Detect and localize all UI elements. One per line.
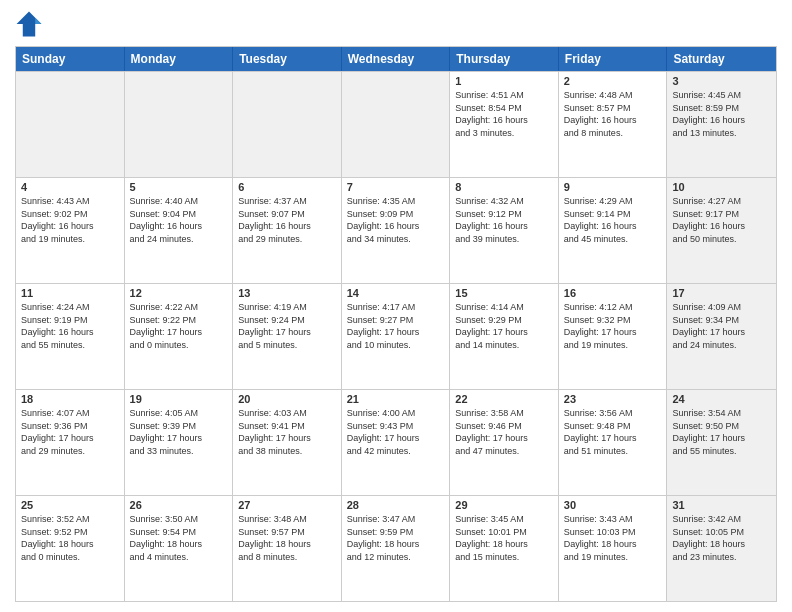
cell-sun-info: Sunrise: 4:05 AM Sunset: 9:39 PM Dayligh… <box>130 407 228 457</box>
cell-sun-info: Sunrise: 4:24 AM Sunset: 9:19 PM Dayligh… <box>21 301 119 351</box>
cal-cell-31: 31Sunrise: 3:42 AM Sunset: 10:05 PM Dayl… <box>667 496 776 601</box>
day-number: 12 <box>130 287 228 299</box>
logo-icon <box>15 10 43 38</box>
day-header-monday: Monday <box>125 47 234 71</box>
day-header-wednesday: Wednesday <box>342 47 451 71</box>
cal-cell-26: 26Sunrise: 3:50 AM Sunset: 9:54 PM Dayli… <box>125 496 234 601</box>
cal-cell-empty-r0c1 <box>125 72 234 177</box>
calendar-header: SundayMondayTuesdayWednesdayThursdayFrid… <box>16 47 776 71</box>
day-number: 27 <box>238 499 336 511</box>
day-number: 25 <box>21 499 119 511</box>
day-number: 13 <box>238 287 336 299</box>
cell-sun-info: Sunrise: 4:51 AM Sunset: 8:54 PM Dayligh… <box>455 89 553 139</box>
cal-cell-30: 30Sunrise: 3:43 AM Sunset: 10:03 PM Dayl… <box>559 496 668 601</box>
cal-cell-17: 17Sunrise: 4:09 AM Sunset: 9:34 PM Dayli… <box>667 284 776 389</box>
cell-sun-info: Sunrise: 4:48 AM Sunset: 8:57 PM Dayligh… <box>564 89 662 139</box>
day-number: 1 <box>455 75 553 87</box>
cell-sun-info: Sunrise: 4:27 AM Sunset: 9:17 PM Dayligh… <box>672 195 771 245</box>
cal-cell-10: 10Sunrise: 4:27 AM Sunset: 9:17 PM Dayli… <box>667 178 776 283</box>
cal-cell-3: 3Sunrise: 4:45 AM Sunset: 8:59 PM Daylig… <box>667 72 776 177</box>
cell-sun-info: Sunrise: 3:58 AM Sunset: 9:46 PM Dayligh… <box>455 407 553 457</box>
cell-sun-info: Sunrise: 4:35 AM Sunset: 9:09 PM Dayligh… <box>347 195 445 245</box>
cal-cell-7: 7Sunrise: 4:35 AM Sunset: 9:09 PM Daylig… <box>342 178 451 283</box>
day-number: 9 <box>564 181 662 193</box>
cell-sun-info: Sunrise: 3:47 AM Sunset: 9:59 PM Dayligh… <box>347 513 445 563</box>
cal-cell-empty-r0c3 <box>342 72 451 177</box>
calendar-row-1: 1Sunrise: 4:51 AM Sunset: 8:54 PM Daylig… <box>16 71 776 177</box>
cal-cell-1: 1Sunrise: 4:51 AM Sunset: 8:54 PM Daylig… <box>450 72 559 177</box>
day-header-saturday: Saturday <box>667 47 776 71</box>
cal-cell-13: 13Sunrise: 4:19 AM Sunset: 9:24 PM Dayli… <box>233 284 342 389</box>
day-number: 26 <box>130 499 228 511</box>
cal-cell-20: 20Sunrise: 4:03 AM Sunset: 9:41 PM Dayli… <box>233 390 342 495</box>
cal-cell-2: 2Sunrise: 4:48 AM Sunset: 8:57 PM Daylig… <box>559 72 668 177</box>
day-number: 14 <box>347 287 445 299</box>
cal-cell-24: 24Sunrise: 3:54 AM Sunset: 9:50 PM Dayli… <box>667 390 776 495</box>
calendar-body: 1Sunrise: 4:51 AM Sunset: 8:54 PM Daylig… <box>16 71 776 601</box>
cal-cell-empty-r0c0 <box>16 72 125 177</box>
cal-cell-25: 25Sunrise: 3:52 AM Sunset: 9:52 PM Dayli… <box>16 496 125 601</box>
cell-sun-info: Sunrise: 3:54 AM Sunset: 9:50 PM Dayligh… <box>672 407 771 457</box>
cell-sun-info: Sunrise: 3:48 AM Sunset: 9:57 PM Dayligh… <box>238 513 336 563</box>
cal-cell-11: 11Sunrise: 4:24 AM Sunset: 9:19 PM Dayli… <box>16 284 125 389</box>
cell-sun-info: Sunrise: 4:37 AM Sunset: 9:07 PM Dayligh… <box>238 195 336 245</box>
day-number: 11 <box>21 287 119 299</box>
day-number: 31 <box>672 499 771 511</box>
day-header-friday: Friday <box>559 47 668 71</box>
cal-cell-6: 6Sunrise: 4:37 AM Sunset: 9:07 PM Daylig… <box>233 178 342 283</box>
logo <box>15 10 47 38</box>
cal-cell-15: 15Sunrise: 4:14 AM Sunset: 9:29 PM Dayli… <box>450 284 559 389</box>
cal-cell-16: 16Sunrise: 4:12 AM Sunset: 9:32 PM Dayli… <box>559 284 668 389</box>
cal-cell-28: 28Sunrise: 3:47 AM Sunset: 9:59 PM Dayli… <box>342 496 451 601</box>
day-number: 3 <box>672 75 771 87</box>
cal-cell-5: 5Sunrise: 4:40 AM Sunset: 9:04 PM Daylig… <box>125 178 234 283</box>
day-number: 15 <box>455 287 553 299</box>
day-header-sunday: Sunday <box>16 47 125 71</box>
cell-sun-info: Sunrise: 4:32 AM Sunset: 9:12 PM Dayligh… <box>455 195 553 245</box>
cal-cell-9: 9Sunrise: 4:29 AM Sunset: 9:14 PM Daylig… <box>559 178 668 283</box>
day-number: 24 <box>672 393 771 405</box>
cell-sun-info: Sunrise: 3:43 AM Sunset: 10:03 PM Daylig… <box>564 513 662 563</box>
calendar-row-5: 25Sunrise: 3:52 AM Sunset: 9:52 PM Dayli… <box>16 495 776 601</box>
cal-cell-23: 23Sunrise: 3:56 AM Sunset: 9:48 PM Dayli… <box>559 390 668 495</box>
day-header-tuesday: Tuesday <box>233 47 342 71</box>
cell-sun-info: Sunrise: 4:09 AM Sunset: 9:34 PM Dayligh… <box>672 301 771 351</box>
day-number: 2 <box>564 75 662 87</box>
cell-sun-info: Sunrise: 3:50 AM Sunset: 9:54 PM Dayligh… <box>130 513 228 563</box>
cell-sun-info: Sunrise: 4:19 AM Sunset: 9:24 PM Dayligh… <box>238 301 336 351</box>
cal-cell-22: 22Sunrise: 3:58 AM Sunset: 9:46 PM Dayli… <box>450 390 559 495</box>
day-number: 6 <box>238 181 336 193</box>
day-number: 22 <box>455 393 553 405</box>
calendar: SundayMondayTuesdayWednesdayThursdayFrid… <box>15 46 777 602</box>
cal-cell-14: 14Sunrise: 4:17 AM Sunset: 9:27 PM Dayli… <box>342 284 451 389</box>
day-number: 19 <box>130 393 228 405</box>
day-number: 18 <box>21 393 119 405</box>
day-number: 17 <box>672 287 771 299</box>
cell-sun-info: Sunrise: 4:03 AM Sunset: 9:41 PM Dayligh… <box>238 407 336 457</box>
cell-sun-info: Sunrise: 4:00 AM Sunset: 9:43 PM Dayligh… <box>347 407 445 457</box>
cal-cell-empty-r0c2 <box>233 72 342 177</box>
cell-sun-info: Sunrise: 3:52 AM Sunset: 9:52 PM Dayligh… <box>21 513 119 563</box>
page: SundayMondayTuesdayWednesdayThursdayFrid… <box>0 0 792 612</box>
cell-sun-info: Sunrise: 4:43 AM Sunset: 9:02 PM Dayligh… <box>21 195 119 245</box>
cell-sun-info: Sunrise: 3:45 AM Sunset: 10:01 PM Daylig… <box>455 513 553 563</box>
calendar-row-3: 11Sunrise: 4:24 AM Sunset: 9:19 PM Dayli… <box>16 283 776 389</box>
day-number: 10 <box>672 181 771 193</box>
day-number: 20 <box>238 393 336 405</box>
day-number: 21 <box>347 393 445 405</box>
cell-sun-info: Sunrise: 4:22 AM Sunset: 9:22 PM Dayligh… <box>130 301 228 351</box>
day-number: 28 <box>347 499 445 511</box>
cell-sun-info: Sunrise: 3:56 AM Sunset: 9:48 PM Dayligh… <box>564 407 662 457</box>
day-number: 16 <box>564 287 662 299</box>
day-number: 29 <box>455 499 553 511</box>
cal-cell-27: 27Sunrise: 3:48 AM Sunset: 9:57 PM Dayli… <box>233 496 342 601</box>
day-number: 4 <box>21 181 119 193</box>
day-number: 30 <box>564 499 662 511</box>
cal-cell-18: 18Sunrise: 4:07 AM Sunset: 9:36 PM Dayli… <box>16 390 125 495</box>
cal-cell-19: 19Sunrise: 4:05 AM Sunset: 9:39 PM Dayli… <box>125 390 234 495</box>
cell-sun-info: Sunrise: 4:17 AM Sunset: 9:27 PM Dayligh… <box>347 301 445 351</box>
cell-sun-info: Sunrise: 4:14 AM Sunset: 9:29 PM Dayligh… <box>455 301 553 351</box>
calendar-row-2: 4Sunrise: 4:43 AM Sunset: 9:02 PM Daylig… <box>16 177 776 283</box>
cal-cell-12: 12Sunrise: 4:22 AM Sunset: 9:22 PM Dayli… <box>125 284 234 389</box>
day-header-thursday: Thursday <box>450 47 559 71</box>
